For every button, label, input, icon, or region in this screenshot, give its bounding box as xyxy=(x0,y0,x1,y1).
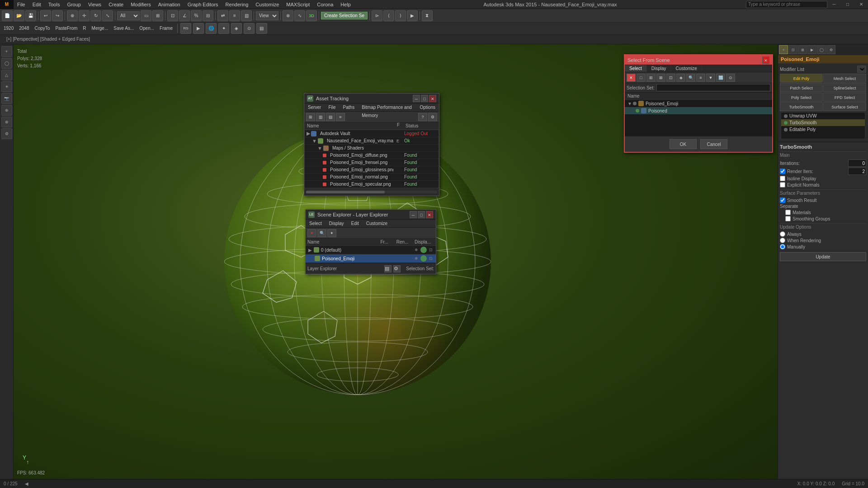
env-btn[interactable]: 🌐 xyxy=(206,23,217,34)
layer-tb-x[interactable]: ✕ xyxy=(307,229,316,237)
menu-modifiers[interactable]: Modifiers xyxy=(127,0,155,9)
fpd-select-btn[interactable]: FPD Select xyxy=(823,93,866,102)
tab-select[interactable]: Select xyxy=(625,65,647,72)
cancel-button[interactable]: Cancel xyxy=(700,139,727,149)
sel-tb-btn3[interactable]: ⊞ xyxy=(646,74,656,82)
table-row[interactable]: ▼ Nauseated_Face_Emoji_vray.max E Ok xyxy=(305,137,439,145)
asset-menu-options[interactable]: Options xyxy=(416,103,439,111)
window-cross-btn[interactable]: ⊞ xyxy=(152,10,163,21)
asset-minimize-btn[interactable]: ─ xyxy=(413,95,420,102)
sel-tb-btn6[interactable]: ◈ xyxy=(676,74,685,82)
lights-icon[interactable]: ☀ xyxy=(1,81,12,92)
create-icon[interactable]: + xyxy=(1,46,12,57)
undo-btn[interactable]: ↩ xyxy=(40,10,51,21)
menu-create[interactable]: Create xyxy=(105,0,127,9)
menu-group[interactable]: Group xyxy=(63,0,85,9)
display-panel-icon[interactable]: ◯ xyxy=(817,45,826,54)
r-btn[interactable]: R xyxy=(81,26,88,31)
layer-minimize-btn[interactable]: ─ xyxy=(410,211,417,218)
list-item[interactable]: ▶ 0 (default) ❄ ⊡ xyxy=(306,246,436,254)
table-row[interactable]: ▼ Maps / Shaders xyxy=(305,145,439,152)
list-item[interactable]: TurboSmooth xyxy=(781,119,865,126)
asset-scrollbar[interactable] xyxy=(304,188,439,196)
modifier-list-dropdown[interactable]: ▼ xyxy=(857,66,866,73)
effects-btn[interactable]: ✦ xyxy=(218,23,229,34)
sel-tb-btn2[interactable]: □ xyxy=(637,74,646,82)
edit-poly-btn[interactable]: Edit Poly xyxy=(780,74,823,83)
explicit-normals-checkbox[interactable] xyxy=(780,182,785,188)
list-item[interactable]: Editable Poly xyxy=(781,126,865,133)
frame-btn[interactable]: Frame xyxy=(158,26,175,31)
utility-panel-icon[interactable]: ⚙ xyxy=(826,45,835,54)
mesh-select-btn[interactable]: Mesh Select xyxy=(823,74,866,83)
render-setup-btn[interactable]: RS xyxy=(180,23,191,34)
select-btn[interactable]: ⊕ xyxy=(67,10,78,21)
spline-select-btn[interactable]: SplineSelect xyxy=(823,83,866,92)
snap-btn[interactable]: ⊡ xyxy=(167,10,178,21)
turbosmooth-btn1[interactable]: TurboSmooth xyxy=(780,102,823,111)
merge-btn[interactable]: Merge... xyxy=(90,26,110,31)
system-icon[interactable]: ⚙ xyxy=(1,128,12,139)
menu-help[interactable]: Help xyxy=(337,0,354,9)
select-close-btn[interactable]: ✕ xyxy=(762,56,769,64)
3d-snaps-btn[interactable]: 3D xyxy=(306,10,317,21)
asset-menu-bitmap[interactable]: Bitmap Performance and Memory xyxy=(358,103,416,111)
search-input[interactable] xyxy=(746,1,827,8)
freeze-icon[interactable]: ❄ xyxy=(413,247,420,253)
obj-props-btn[interactable]: ⊗ xyxy=(283,10,293,21)
move-btn[interactable]: ✛ xyxy=(79,10,90,21)
hierarchy-panel-icon[interactable]: ⊞ xyxy=(798,45,807,54)
select-region-btn[interactable]: ▭ xyxy=(141,10,151,21)
redo-btn[interactable]: ↪ xyxy=(52,10,63,21)
table-row[interactable]: ▶ Autodesk Vault Logged Out xyxy=(305,130,439,137)
mat-editor-btn[interactable]: ◈ xyxy=(231,23,242,34)
shape-icon[interactable]: △ xyxy=(1,70,12,80)
align-btn[interactable]: ≡ xyxy=(229,10,240,21)
smoothing-groups-checkbox[interactable] xyxy=(785,216,791,221)
mirror-btn[interactable]: ⇄ xyxy=(217,10,228,21)
display-icon[interactable]: ⊡ xyxy=(428,247,434,253)
table-row[interactable]: Poisoned_Emoji_diffuse.png Found xyxy=(305,152,439,159)
render-dot[interactable] xyxy=(420,247,427,253)
time-cfg-btn[interactable]: ⧗ xyxy=(422,10,433,21)
pastefrom-btn[interactable]: PasteFrom xyxy=(53,26,79,31)
tab-customize[interactable]: Customize xyxy=(671,65,702,72)
layer-menu-select[interactable]: Select xyxy=(306,220,326,227)
menu-graph-editors[interactable]: Graph Editors xyxy=(184,0,222,9)
copyto-btn[interactable]: CopyTo xyxy=(33,26,52,31)
filter-select[interactable]: All xyxy=(117,11,140,20)
nav-arrow-left[interactable]: ◀ xyxy=(25,481,28,486)
viewport-label[interactable]: [+] [Perspective] [Shaded + Edged Faces] xyxy=(4,37,93,42)
saveas-btn[interactable]: Save As... xyxy=(112,26,136,31)
list-item[interactable]: Poisoned_Emoji ❄ ⊡ xyxy=(306,254,436,263)
layer-close-btn[interactable]: ✕ xyxy=(426,211,433,218)
maximize-button[interactable]: □ xyxy=(841,0,854,9)
list-item[interactable]: Poisoned xyxy=(625,107,772,114)
render-btn[interactable]: ▶ xyxy=(193,23,204,34)
render-iters-checkbox[interactable] xyxy=(780,169,785,174)
freeze-icon[interactable]: ❄ xyxy=(413,255,420,262)
sel-tb-find[interactable]: ⊙ xyxy=(726,74,735,82)
angle-snap-btn[interactable]: ∠ xyxy=(179,10,190,21)
create-selection-btn[interactable]: Create Selection Se xyxy=(321,12,368,19)
spacewarp-icon[interactable]: ⊗ xyxy=(1,117,12,127)
menu-animation[interactable]: Animation xyxy=(155,0,184,9)
layer-footer-settings[interactable]: ⚙ xyxy=(393,265,401,272)
asset-menu-file[interactable]: File xyxy=(325,103,339,111)
poly-select-btn[interactable]: Poly Select xyxy=(780,93,823,102)
layer-menu-display[interactable]: Display xyxy=(326,220,348,227)
layer-menu-customize[interactable]: Customize xyxy=(363,220,391,227)
open-btn[interactable]: 📂 xyxy=(14,10,24,21)
menu-customize[interactable]: Customize xyxy=(252,0,283,9)
asset-tb-help[interactable]: ? xyxy=(418,113,427,121)
camera-icon[interactable]: 📷 xyxy=(1,93,12,104)
layer-footer-icon[interactable]: ▤ xyxy=(384,265,392,272)
scale-btn[interactable]: ⤡ xyxy=(102,10,113,21)
layer-maximize-btn[interactable]: □ xyxy=(418,211,425,218)
color-clip-btn[interactable]: ▤ xyxy=(256,23,267,34)
play-btn[interactable]: ▶ xyxy=(407,10,418,21)
sel-tb-btn8[interactable]: ≡ xyxy=(696,74,705,82)
selection-set-input[interactable] xyxy=(656,84,770,91)
key-mode-btn[interactable]: ⊳ xyxy=(372,10,382,21)
list-item[interactable]: Unwrap UVW xyxy=(781,113,865,119)
